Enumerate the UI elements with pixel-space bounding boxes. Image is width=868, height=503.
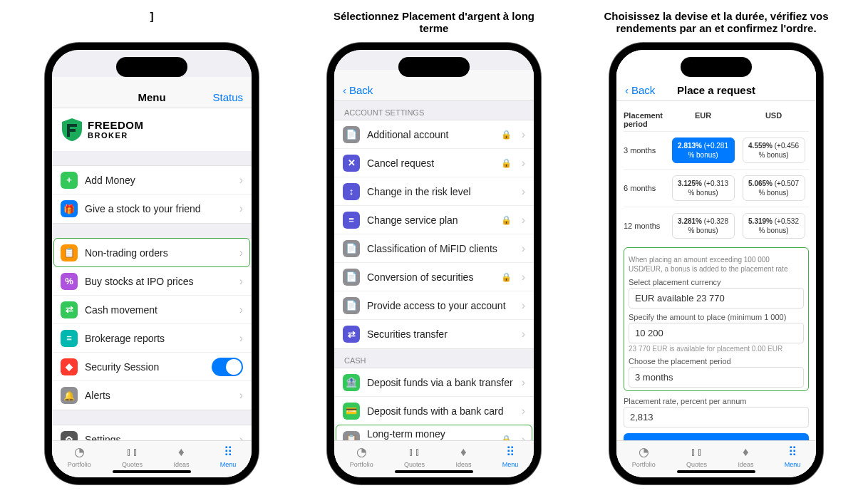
row-long-term[interactable]: 📋Long-term money placement🔒› — [334, 425, 534, 440]
deposit-card-icon: 💳 — [343, 403, 360, 420]
row-provide-access[interactable]: 📄Provide access to your account› — [334, 291, 534, 320]
usd-rate-chip[interactable]: 5.319% (+0.532 % bonus) — [743, 213, 805, 239]
tab-ideas[interactable]: ♦Ideas — [738, 445, 753, 468]
row-label: Classification of MiFID clients — [367, 243, 515, 254]
row-brokerage[interactable]: ≡Brokerage reports› — [52, 324, 252, 353]
col-eur: EUR — [668, 111, 738, 128]
usd-rate-chip[interactable]: 5.065% (+0.507 % bonus) — [743, 175, 805, 201]
row-security-session[interactable]: ◆Security Session — [52, 353, 252, 381]
label-currency: Select placement currency — [629, 278, 804, 286]
row-ipo[interactable]: %Buy stocks at IPO prices› — [52, 267, 252, 296]
bulb-icon: ♦ — [743, 445, 749, 460]
rate-row: 6 months3.125% (+0.313 % bonus)5.065% (+… — [624, 169, 809, 207]
eur-rate-chip[interactable]: 3.281% (+0.328 % bonus) — [672, 213, 735, 239]
tab-portfolio[interactable]: ◔Portfolio — [68, 445, 91, 468]
sec-transfer-icon: ⇄ — [343, 326, 360, 343]
tab-quotes[interactable]: ⫾⫾Quotes — [686, 445, 707, 468]
notch — [681, 57, 752, 77]
ipo-icon: % — [61, 273, 78, 290]
tab-menu[interactable]: ⠿Menu — [785, 445, 801, 468]
row-service-plan[interactable]: ≡Change service plan🔒› — [334, 206, 534, 234]
status-link[interactable]: Status — [212, 91, 243, 103]
caption-1: ] — [136, 7, 168, 43]
tab-menu[interactable]: ⠿Menu — [502, 445, 519, 468]
row-cash-movement[interactable]: ⇄Cash movement› — [52, 296, 252, 324]
rate-row: 3 months2.813% (+0.281 % bonus)4.559% (+… — [624, 131, 809, 169]
row-settings[interactable]: ⚙Settings› — [52, 425, 252, 440]
tab-ideas[interactable]: ♦Ideas — [173, 445, 189, 468]
chevron-right-icon: › — [522, 328, 525, 341]
cancel-req-icon: ✕ — [343, 155, 360, 172]
chevron-right-icon: › — [522, 433, 525, 441]
confirm-button[interactable]: Confirm — [624, 433, 809, 440]
notch — [116, 57, 187, 77]
row-non-trading[interactable]: 📋Non-trading orders› — [52, 239, 252, 267]
amount-input[interactable]: 10 200 — [629, 323, 804, 343]
toggle-switch[interactable] — [212, 358, 243, 376]
caption-3: Choisissez la devise et la durée, vérifi… — [586, 7, 847, 43]
row-conversion[interactable]: 📄Conversion of securities🔒› — [334, 263, 534, 291]
chevron-right-icon: › — [522, 299, 525, 312]
tab-quotes[interactable]: ⫾⫾Quotes — [122, 445, 143, 468]
usd-rate-chip[interactable]: 4.559% (+0.456 % bonus) — [743, 138, 805, 163]
row-label: Alerts — [85, 390, 232, 401]
chevron-right-icon: › — [239, 275, 243, 288]
row-risk[interactable]: ↕Change in the risk level› — [334, 177, 534, 206]
row-give-stock[interactable]: 🎁Give a stock to your friend› — [52, 195, 252, 223]
row-alerts[interactable]: 🔔Alerts› — [52, 381, 252, 410]
bulb-icon: ♦ — [460, 445, 467, 460]
col-period: Placement period — [624, 111, 668, 128]
mifid-icon: 📄 — [343, 240, 360, 257]
back-button[interactable]: ‹Back — [625, 84, 655, 96]
row-label: Cash movement — [85, 304, 232, 316]
cash-movement-icon: ⇄ — [61, 301, 78, 318]
tab-ideas[interactable]: ♦Ideas — [455, 445, 471, 468]
chevron-left-icon: ‹ — [625, 84, 629, 96]
section-account: ACCOUNT SETTINGS — [334, 101, 534, 120]
row-label: Brokerage reports — [85, 333, 232, 344]
row-add-money[interactable]: +Add Money› — [52, 166, 252, 195]
phone-3: ‹Back Place a request Placement period E… — [609, 43, 823, 484]
risk-icon: ↕ — [343, 183, 360, 200]
add-money-icon: + — [61, 172, 78, 189]
phone-1: Menu Status FREEDOM BROKER +Add Money›🎁G… — [45, 43, 259, 484]
lock-icon: 🔒 — [501, 130, 512, 140]
pie-icon: ◔ — [74, 445, 85, 460]
row-sec-transfer[interactable]: ⇄Securities transfer› — [334, 320, 534, 348]
eur-rate-chip[interactable]: 2.813% (+0.281 % bonus) — [672, 138, 735, 163]
label-amount: Specify the amount to place (minimum 1 0… — [629, 313, 804, 321]
brand-logo: FREEDOM BROKER — [52, 108, 252, 151]
rate-row: 12 months3.281% (+0.328 % bonus)5.319% (… — [624, 207, 809, 244]
long-term-icon: 📋 — [343, 431, 360, 441]
row-label: Change in the risk level — [367, 186, 515, 197]
period-select[interactable]: 3 months — [629, 367, 804, 388]
rate-value: 2,813 — [624, 407, 809, 427]
row-label: Cancel request — [367, 157, 494, 169]
row-cancel-req[interactable]: ✕Cancel request🔒› — [334, 149, 534, 177]
row-label: Provide access to your account — [367, 300, 515, 311]
deposit-bank-icon: 🏦 — [343, 374, 360, 391]
col-usd: USD — [738, 111, 809, 128]
chevron-right-icon: › — [239, 202, 243, 215]
chevron-right-icon: › — [522, 376, 525, 389]
grid-icon: ⠿ — [788, 445, 797, 460]
back-button[interactable]: ‹Back — [343, 84, 373, 96]
pie-icon: ◔ — [356, 445, 367, 460]
brokerage-icon: ≡ — [61, 330, 78, 347]
row-deposit-card[interactable]: 💳Deposit funds with a bank card› — [334, 397, 534, 425]
row-label: Securities transfer — [367, 328, 515, 340]
highlighted-form: When placing an amount exceeding 100 000… — [624, 247, 809, 391]
bonus-note: When placing an amount exceeding 100 000… — [629, 255, 804, 274]
brand-text-2: BROKER — [88, 131, 144, 140]
row-deposit-bank[interactable]: 🏦Deposit funds via a bank transfer› — [334, 368, 534, 397]
brand-text-1: FREEDOM — [88, 120, 144, 131]
lock-icon: 🔒 — [501, 435, 512, 441]
tab-portfolio[interactable]: ◔Portfolio — [632, 445, 656, 468]
tab-quotes[interactable]: ⫾⫾Quotes — [404, 445, 425, 468]
tab-menu[interactable]: ⠿Menu — [220, 445, 237, 468]
row-mifid[interactable]: 📄Classification of MiFID clients› — [334, 234, 534, 263]
row-additional[interactable]: 📄Additional account🔒› — [334, 120, 534, 149]
tab-portfolio[interactable]: ◔Portfolio — [350, 445, 373, 468]
currency-select[interactable]: EUR available 23 770 — [629, 288, 804, 308]
eur-rate-chip[interactable]: 3.125% (+0.313 % bonus) — [672, 175, 735, 201]
